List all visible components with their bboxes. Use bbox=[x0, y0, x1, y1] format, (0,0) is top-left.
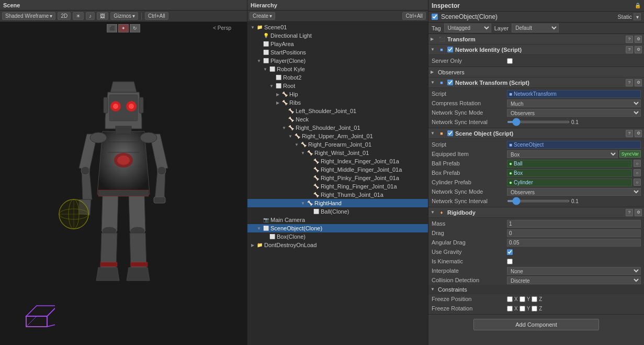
so-cylinder-obj[interactable]: ● Cylinder bbox=[507, 179, 632, 186]
tree-arrow-right_shoulder[interactable]: ▼ bbox=[281, 125, 287, 131]
tree-item-right_forearm[interactable]: ▼🦴Right_Forearm_Joint_01 bbox=[247, 140, 428, 149]
nt-compress-select[interactable]: Much bbox=[507, 99, 641, 107]
network-identity-header[interactable]: ▼ ■ Network Identity (Script) ? ⚙ bbox=[428, 44, 644, 55]
tree-item-scene01[interactable]: ▼📁Scene01 bbox=[247, 23, 428, 31]
scene-tab[interactable]: Scene bbox=[0, 0, 247, 10]
tree-arrow-right_wrist[interactable]: ▼ bbox=[300, 150, 306, 156]
tag-select[interactable]: Untagged bbox=[444, 24, 491, 32]
fp-z-checkbox[interactable] bbox=[532, 296, 537, 302]
syncvar-button[interactable]: SyncVar bbox=[619, 150, 641, 158]
transform-settings-btn[interactable]: ⚙ bbox=[635, 36, 642, 43]
rb-info-btn[interactable]: ? bbox=[626, 209, 633, 216]
fp-y-checkbox[interactable] bbox=[519, 296, 525, 302]
create-button[interactable]: Create ▾ bbox=[250, 12, 275, 20]
rb-drag-input[interactable] bbox=[507, 229, 641, 237]
ni-settings-btn[interactable]: ⚙ bbox=[635, 46, 642, 53]
so-enabled-checkbox[interactable] bbox=[447, 130, 453, 136]
nt-script-obj[interactable]: ■ NetworkTransform bbox=[507, 90, 641, 98]
so-equipped-select[interactable]: Box bbox=[507, 150, 618, 158]
rb-gravity-checkbox[interactable] bbox=[507, 249, 513, 255]
image-button[interactable]: 🖼 bbox=[97, 12, 108, 20]
hierarchy-search-input[interactable]: Ctrl+All bbox=[402, 12, 426, 20]
tree-item-thumb[interactable]: 🦴Right_Thumb_Joint_01a bbox=[247, 191, 428, 199]
tree-arrow-scene01[interactable]: ▼ bbox=[250, 24, 256, 30]
tree-item-neck[interactable]: 🦴Neck bbox=[247, 115, 428, 124]
constraints-header[interactable]: ▼ Constraints bbox=[428, 285, 644, 294]
ni-enabled-checkbox[interactable] bbox=[447, 47, 453, 52]
tree-item-left_shoulder[interactable]: 🦴Left_Shoulder_Joint_01 bbox=[247, 107, 428, 115]
tree-item-playarea[interactable]: ⬜PlayArea bbox=[247, 40, 428, 48]
tree-arrow-righthand[interactable]: ▼ bbox=[300, 200, 306, 206]
ni-server-only-checkbox[interactable] bbox=[507, 58, 513, 64]
rigidbody-header[interactable]: ▼ ♦ Rigidbody ? ⚙ bbox=[428, 207, 644, 218]
tree-item-robot2[interactable]: ⬜Robot2 bbox=[247, 73, 428, 82]
tree-item-player[interactable]: ▼⬜Player(Clone) bbox=[247, 57, 428, 65]
tree-item-robotkyle[interactable]: ▼⬜Robot Kyle bbox=[247, 65, 428, 73]
nt-info-btn[interactable]: ? bbox=[626, 79, 633, 86]
tree-item-right_upper[interactable]: ▼🦴Right_Upper_Arm_Joint_01 bbox=[247, 132, 428, 140]
scene-search-input[interactable]: Ctrl+All bbox=[145, 12, 168, 20]
rb-kinematic-checkbox[interactable] bbox=[507, 259, 513, 264]
so-ball-obj[interactable]: ● Ball bbox=[507, 160, 632, 168]
hierarchy-tab[interactable]: Hierarchy bbox=[247, 0, 428, 10]
tree-item-dontdestroy[interactable]: ▶📁DontDestroyOnLoad bbox=[247, 241, 428, 249]
rb-interpolate-select[interactable]: None bbox=[507, 267, 641, 275]
tree-item-sceneobj[interactable]: ▼⬜SceneObject(Clone) bbox=[247, 224, 428, 232]
nt-enabled-checkbox[interactable] bbox=[447, 80, 453, 85]
tree-item-boxclone[interactable]: ⬜Box(Clone) bbox=[247, 232, 428, 241]
network-transform-header[interactable]: ▼ ■ Network Transform (Script) ? ⚙ bbox=[428, 77, 644, 88]
tree-item-hip[interactable]: ▶🦴Hip bbox=[247, 90, 428, 98]
rb-collision-select[interactable]: Discrete bbox=[507, 276, 641, 284]
so-cylinder-picker[interactable]: ○ bbox=[634, 179, 641, 186]
so-box-obj[interactable]: ● Box bbox=[507, 169, 632, 177]
nt-settings-btn[interactable]: ⚙ bbox=[635, 79, 642, 86]
transform-info-btn[interactable]: ? bbox=[626, 36, 633, 43]
tree-arrow-sceneobj[interactable]: ▼ bbox=[256, 225, 262, 231]
tree-item-right_shoulder[interactable]: ▼🦴Right_Shoulder_Joint_01 bbox=[247, 124, 428, 132]
tree-item-startpos[interactable]: ⬜StartPositions bbox=[247, 48, 428, 57]
tree-arrow-right_forearm[interactable]: ▼ bbox=[293, 141, 300, 148]
so-settings-btn[interactable]: ⚙ bbox=[635, 130, 642, 137]
tree-arrow-hip[interactable]: ▶ bbox=[275, 91, 281, 97]
layer-select[interactable]: Default bbox=[512, 24, 559, 32]
so-interval-slider[interactable] bbox=[507, 200, 570, 202]
fr-x-checkbox[interactable] bbox=[507, 306, 513, 311]
rb-settings-btn[interactable]: ⚙ bbox=[635, 209, 642, 216]
hierarchy-tree[interactable]: ▼📁Scene01 💡Directional Light ⬜PlayArea ⬜… bbox=[247, 22, 428, 345]
tree-item-maincam[interactable]: 📷Main Camera bbox=[247, 216, 428, 224]
so-ball-picker[interactable]: ○ bbox=[634, 160, 641, 167]
scene-viewport[interactable]: ⬛ ✦ ↻ < Persp bbox=[0, 22, 247, 345]
shading-dropdown[interactable]: Shaded Wireframe ▾ bbox=[2, 12, 55, 20]
fr-y-checkbox[interactable] bbox=[519, 306, 525, 311]
tree-item-ring[interactable]: 🦴Right_Ring_Finger_Joint_01a bbox=[247, 182, 428, 191]
nt-syncmode-select[interactable]: Observers bbox=[507, 109, 641, 117]
ni-info-btn[interactable]: ? bbox=[626, 46, 633, 53]
tree-arrow-ribs[interactable]: ▶ bbox=[275, 99, 281, 106]
tree-item-pinky[interactable]: 🦴Right_Pinky_Finger_Joint_01a bbox=[247, 174, 428, 182]
2d-button[interactable]: 2D bbox=[58, 12, 71, 20]
fr-z-checkbox[interactable] bbox=[532, 306, 537, 311]
so-syncmode-select[interactable]: Observers bbox=[507, 188, 641, 196]
rb-angdrag-input[interactable] bbox=[507, 239, 641, 247]
light-button[interactable]: ☀ bbox=[73, 12, 84, 20]
rb-mass-input[interactable] bbox=[507, 220, 641, 228]
observers-row[interactable]: ▶ Observers bbox=[428, 67, 644, 77]
so-box-picker[interactable]: ○ bbox=[634, 169, 641, 176]
tree-item-mid_finger[interactable]: 🦴Right_Middle_Finger_Joint_01a bbox=[247, 165, 428, 174]
tree-arrow-player[interactable]: ▼ bbox=[256, 58, 262, 64]
tree-item-root[interactable]: ▼⬜Root bbox=[247, 82, 428, 90]
object-enabled-checkbox[interactable] bbox=[432, 14, 438, 20]
scene-object-header[interactable]: ▼ ■ Scene Object (Script) ? ⚙ bbox=[428, 128, 644, 139]
audio-button[interactable]: ♪ bbox=[86, 12, 95, 20]
transform-header[interactable]: ▶ ⬛ Transform ? ⚙ bbox=[428, 34, 644, 44]
tree-item-idx_finger[interactable]: 🦴Right_Index_Finger_Joint_01a bbox=[247, 157, 428, 165]
nt-interval-slider[interactable] bbox=[507, 121, 570, 123]
gizmos-dropdown[interactable]: Gizmos ▾ bbox=[110, 12, 138, 20]
tree-arrow-right_upper[interactable]: ▼ bbox=[287, 133, 293, 139]
static-dropdown[interactable]: ▾ bbox=[634, 13, 641, 20]
tree-item-ribs[interactable]: ▶🦴Ribs bbox=[247, 98, 428, 107]
tree-item-dirlight[interactable]: 💡Directional Light bbox=[247, 31, 428, 40]
lock-icon[interactable]: 🔒 bbox=[635, 3, 641, 8]
tree-arrow-robotkyle[interactable]: ▼ bbox=[262, 66, 268, 72]
add-component-button[interactable]: Add Component bbox=[473, 319, 599, 330]
